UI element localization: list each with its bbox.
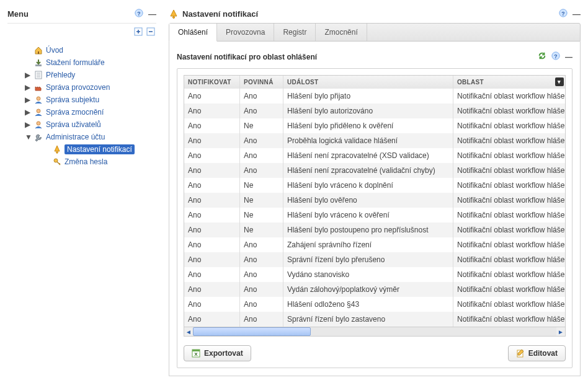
minimize-icon[interactable]: — — [148, 9, 156, 19]
cell-udalost: Zahájení správního řízení — [283, 237, 453, 252]
svg-point-13 — [37, 97, 40, 100]
cell-udalost: Správní řízení bylo přerušeno — [283, 252, 453, 267]
table-row[interactable]: AnoAnoVydán zálohový/poplatkový výměrNot… — [184, 282, 565, 297]
svg-point-16 — [56, 152, 58, 154]
tree-item-label[interactable]: Správa zmocnění — [46, 108, 104, 117]
expand-all-icon[interactable] — [134, 27, 143, 38]
svg-text:?: ? — [554, 53, 557, 60]
cell-udalost: Proběhla logická validace hlášení — [283, 133, 453, 148]
tree-subitem-label[interactable]: Nastavení notifikací — [65, 144, 135, 154]
minimize-icon[interactable]: — — [572, 9, 581, 19]
tree-item-label[interactable]: Správa provozoven — [46, 83, 110, 92]
cell-oblast: Notifikační oblast workflow hláše — [453, 133, 565, 148]
tree-subitem[interactable]: Změna hesla — [43, 156, 156, 168]
cell-oblast: Notifikační oblast workflow hláše — [453, 148, 565, 163]
tree-item-label[interactable]: Stažení formuláře — [46, 58, 105, 67]
tree-arrow-icon[interactable]: ▶ — [25, 108, 31, 117]
tree-item-label[interactable]: Přehledy — [46, 71, 75, 79]
cell-povinna: Ano — [240, 148, 283, 163]
tree-item[interactable]: ▶Správa subjektu — [25, 94, 156, 106]
tree-item[interactable]: Úvod — [25, 44, 156, 56]
minimize-icon[interactable]: — — [565, 53, 572, 61]
cell-povinna: Ne — [240, 178, 283, 193]
column-menu-icon[interactable]: ▾ — [555, 77, 564, 86]
tree-arrow-icon[interactable]: ▶ — [25, 83, 31, 92]
tree-arrow-icon[interactable]: ▶ — [25, 71, 31, 79]
sheet-icon — [33, 70, 43, 80]
table-row[interactable]: AnoAnoSprávní řízení bylo přerušenoNotif… — [184, 252, 565, 267]
key-icon — [52, 157, 62, 167]
cell-oblast: Notifikační oblast workflow hláše — [453, 223, 565, 237]
cell-udalost: Hlášení bylo autorizováno — [283, 104, 453, 118]
user-icon — [33, 120, 43, 130]
tree-item-label[interactable]: Administrace účtu — [46, 133, 105, 141]
tab-zmocnění[interactable]: Zmocnění — [316, 24, 367, 41]
table-row[interactable]: AnoAnoHlášení není zpracovatelné (valida… — [184, 163, 565, 178]
help-icon[interactable]: ? — [559, 9, 568, 19]
cell-notifikovat: Ano — [184, 252, 240, 267]
table-row[interactable]: AnoAnoSprávní řízení bylo zastavenoNotif… — [184, 312, 565, 327]
horizontal-scrollbar[interactable]: ◄ ► — [184, 327, 565, 336]
help-icon[interactable]: ? — [551, 51, 560, 62]
edit-button[interactable]: Editovat — [508, 345, 566, 361]
scroll-left-icon[interactable]: ◄ — [184, 327, 193, 336]
cell-povinna: Ano — [240, 237, 283, 252]
table-row[interactable]: AnoNeHlášení bylo vráceno k doplněníNoti… — [184, 178, 565, 193]
cell-notifikovat: Ano — [184, 133, 240, 148]
table-row[interactable]: AnoAnoHlášení bylo autorizovánoNotifikač… — [184, 104, 565, 118]
tab-provozovna[interactable]: Provozovna — [217, 24, 274, 41]
col-udalost[interactable]: UDÁLOST — [283, 76, 453, 89]
cell-oblast: Notifikační oblast workflow hláše — [453, 89, 565, 104]
cell-oblast: Notifikační oblast workflow hláše — [453, 297, 565, 312]
tab-ohlášení[interactable]: Ohlášení — [169, 24, 217, 42]
table-row[interactable]: AnoAnoHlášení bylo přijatoNotifikační ob… — [184, 89, 565, 104]
collapse-all-icon[interactable] — [146, 27, 155, 38]
refresh-icon[interactable] — [538, 51, 546, 62]
export-icon: X — [192, 349, 200, 358]
tree-item-label[interactable]: Správa uživatelů — [46, 120, 101, 129]
cell-notifikovat: Ano — [184, 163, 240, 178]
tree-item[interactable]: ▶Správa provozoven — [25, 81, 156, 94]
table-row[interactable]: AnoAnoVydáno stanoviskoNotifikační oblas… — [184, 267, 565, 282]
cell-notifikovat: Ano — [184, 208, 240, 223]
cell-povinna: Ano — [240, 312, 283, 327]
tree-item[interactable]: ▶Správa uživatelů — [25, 118, 156, 131]
tree-subitem[interactable]: Nastavení notifikací — [43, 143, 156, 156]
scroll-right-icon[interactable]: ► — [556, 327, 565, 336]
table-row[interactable]: AnoNeHlášení bylo postoupeno pro nepřísl… — [184, 223, 565, 237]
col-oblast[interactable]: OBLAST ▾ — [453, 76, 565, 89]
help-icon[interactable]: ? — [135, 9, 143, 19]
col-povinna[interactable]: POVINNÁ — [240, 76, 283, 89]
svg-text:X: X — [194, 351, 198, 357]
cell-notifikovat: Ano — [184, 118, 240, 133]
tree-arrow-icon[interactable]: ▶ — [25, 120, 31, 129]
table-row[interactable]: AnoAnoZahájení správního řízeníNotifikač… — [184, 237, 565, 252]
scroll-thumb[interactable] — [193, 327, 311, 336]
tree-item[interactable]: Stažení formuláře — [25, 56, 156, 69]
tree-item[interactable]: ▼Administrace účtu — [25, 131, 156, 143]
tree-item[interactable]: ▶Přehledy — [25, 69, 156, 81]
svg-point-18 — [173, 16, 175, 18]
table-row[interactable]: AnoNeHlášení bylo přiděleno k ověřeníNot… — [184, 118, 565, 133]
tab-registr[interactable]: Registr — [274, 24, 316, 41]
tree-arrow-icon[interactable]: ▶ — [25, 95, 31, 104]
tree-arrow-icon[interactable]: ▼ — [25, 133, 31, 141]
table-row[interactable]: AnoNeHlášení bylo ověřenoNotifikační obl… — [184, 193, 565, 208]
tree-item-label[interactable]: Úvod — [46, 46, 63, 55]
cell-notifikovat: Ano — [184, 297, 240, 312]
cell-oblast: Notifikační oblast workflow hláše — [453, 312, 565, 327]
cell-notifikovat: Ano — [184, 104, 240, 118]
col-notifikovat[interactable]: NOTIFIKOVAT — [184, 76, 240, 89]
cell-povinna: Ano — [240, 104, 283, 118]
table-row[interactable]: AnoAnoProběhla logická validace hlášeníN… — [184, 133, 565, 148]
cell-povinna: Ne — [240, 193, 283, 208]
table-row[interactable]: AnoAnoHlášení není zpracovatelné (XSD va… — [184, 148, 565, 163]
cell-udalost: Vydáno stanovisko — [283, 267, 453, 282]
tree-subitem-label[interactable]: Změna hesla — [65, 157, 107, 166]
tree-item[interactable]: ▶Správa zmocnění — [25, 106, 156, 118]
export-button[interactable]: X Exportovat — [184, 345, 251, 361]
tree-item-label[interactable]: Správa subjektu — [46, 95, 99, 104]
table-row[interactable]: AnoNeHlášení bylo vráceno k ověřeníNotif… — [184, 208, 565, 223]
cell-udalost: Hlášení odloženo §43 — [283, 297, 453, 312]
table-row[interactable]: AnoAnoHlášení odloženo §43Notifikační ob… — [184, 297, 565, 312]
